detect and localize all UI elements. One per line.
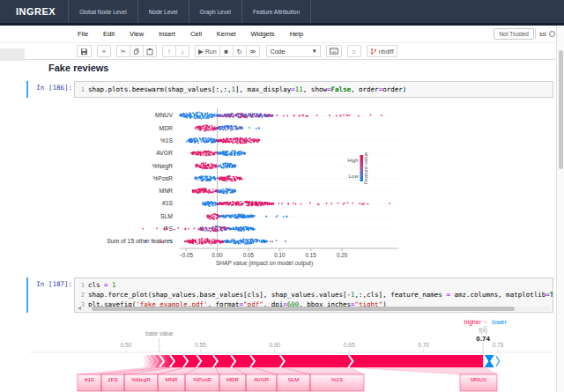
page-vscrollbar-thumb[interactable]: [559, 50, 563, 169]
force-legend-lower: lower: [492, 319, 507, 325]
beeswarm-feature-label: IFS: [163, 226, 173, 232]
stop-icon: ■: [224, 48, 228, 55]
copy-icon: [133, 48, 140, 55]
keyboard-icon: [330, 48, 338, 55]
palette-icon: ○: [352, 48, 356, 55]
move-cell-down-button[interactable]: ↓: [175, 45, 189, 57]
jupyter-menubar: File Edit View Insert Cell Kernel Widget…: [0, 26, 564, 42]
keyboard-shortcuts-button[interactable]: [326, 45, 342, 57]
force-feature-label: MNUV: [471, 376, 487, 382]
beeswarm-feature-label: MNUV: [155, 112, 173, 118]
force-feature-label: %NegR: [131, 376, 151, 382]
force-x-tick: 0.65: [344, 342, 355, 348]
beeswarm-feature-label: MNR: [160, 188, 174, 194]
line-number: 2: [75, 292, 88, 299]
cell-type-value: Code: [271, 48, 286, 55]
force-feature-label: %1S: [331, 376, 343, 382]
top-navbar: INGREX Global Node Level Node Level Grap…: [0, 0, 564, 23]
scissors-icon: ✂: [121, 48, 126, 55]
nbdiff-label: nbdiff: [379, 48, 394, 55]
app-root: INGREX Global Node Level Node Level Grap…: [0, 0, 564, 392]
clipboard-icon: [146, 48, 153, 55]
menu-edit[interactable]: Edit: [103, 30, 115, 38]
menu-help[interactable]: Help: [290, 30, 303, 38]
force-feature-label: AVGR: [254, 376, 270, 382]
beeswarm-feature-label: %1S: [160, 137, 174, 144]
move-cell-up-button[interactable]: ↑: [162, 45, 176, 57]
cell2-hscrollbar-left-arrow-icon[interactable]: [78, 307, 81, 310]
paste-cell-button[interactable]: [143, 45, 157, 57]
copy-cell-button[interactable]: [130, 45, 144, 57]
nav-tab-global-node-level[interactable]: Global Node Level: [68, 0, 137, 23]
nbdiff-button[interactable]: nbdiff: [367, 45, 397, 57]
run-button[interactable]: ▶ Run: [195, 45, 220, 57]
force-feature-label: MDR: [226, 376, 240, 382]
page-margin-shade: [0, 48, 25, 61]
cell1-prompt: In [186]:: [28, 84, 72, 92]
force-x-tick: 0.75: [493, 342, 504, 348]
fast-forward-icon: ≫: [249, 48, 256, 55]
beeswarm-feature-label: MDR: [160, 125, 174, 131]
beeswarm-feature-label: SLM: [160, 213, 173, 219]
beeswarm-x-tick: 0.00: [212, 252, 223, 258]
interrupt-kernel-button[interactable]: ■: [219, 45, 234, 57]
restart-run-all-button[interactable]: ≫: [246, 45, 260, 57]
add-cell-button[interactable]: +: [97, 45, 111, 57]
plus-icon: +: [102, 48, 106, 55]
nav-tab-node-level[interactable]: Node Level: [137, 0, 189, 23]
chevron-down-icon: ▾: [313, 48, 316, 55]
nav-tabs: Global Node Level Node Level Graph Level…: [68, 0, 311, 23]
force-x-tick: 0.50: [121, 342, 132, 348]
menu-view[interactable]: View: [130, 30, 144, 38]
notebook-title: Fake reviews: [48, 63, 109, 73]
beeswarm-feature-label: #1S: [162, 200, 174, 206]
menu-cell[interactable]: Cell: [190, 30, 202, 38]
beeswarm-x-tick: 0.10: [274, 252, 286, 258]
restart-icon: ↻: [236, 48, 241, 55]
nav-tab-feature-attribution[interactable]: Feature Attribution: [241, 0, 311, 23]
line-number: 1: [75, 282, 88, 289]
force-feature-label: %PosR: [193, 376, 212, 382]
colorbar-high-label: High: [347, 158, 358, 163]
kernel-name: ssi: [539, 31, 546, 37]
beeswarm-x-tick: −0.05: [179, 252, 193, 258]
cell1-code-editor[interactable]: 1 shap.plots.beeswarm(shap_values[:,:,1]…: [74, 81, 553, 98]
beeswarm-feature-label: AVGR: [156, 150, 173, 156]
beeswarm-x-tick: 0.05: [243, 252, 255, 258]
cut-cell-button[interactable]: ✂: [116, 45, 130, 57]
force-fx-label: f(x): [479, 327, 486, 334]
menu-insert[interactable]: Insert: [159, 30, 175, 38]
code-line: shap.plots.beeswarm(shap_values[:,:,1], …: [88, 85, 553, 93]
menu-file[interactable]: File: [78, 30, 88, 38]
beeswarm-feature-label: %NegR: [152, 163, 174, 170]
cell-type-dropdown[interactable]: Code ▾: [266, 45, 321, 57]
colorbar-low-label: Low: [348, 174, 359, 179]
page-vscrollbar[interactable]: [556, 26, 564, 392]
beeswarm-feature-label: %PosR: [152, 175, 173, 181]
restart-kernel-button[interactable]: ↻: [233, 45, 247, 57]
kernel-indicator: ssi: [535, 28, 555, 40]
menu-kernel[interactable]: Kernel: [217, 30, 236, 38]
force-feature-label: #1S: [85, 376, 94, 382]
beeswarm-x-axis-label: SHAP value (impact on model output): [216, 260, 313, 267]
force-feature-label: SLM: [288, 376, 300, 382]
code-line: cls = 1: [88, 281, 553, 289]
save-icon: [80, 48, 88, 55]
arrow-down-icon: ↓: [181, 48, 184, 55]
git-icon: [370, 48, 377, 55]
force-base-value-label: base value: [145, 330, 174, 337]
force-x-tick: 0.55: [195, 342, 206, 348]
cell2-hscrollbar-thumb[interactable]: [92, 307, 515, 311]
kernel-status-icon: [549, 31, 555, 37]
not-trusted-button[interactable]: Not Trusted: [494, 28, 534, 40]
command-palette-button[interactable]: ○: [347, 45, 361, 57]
arrow-up-icon: ↑: [167, 48, 171, 55]
beeswarm-x-tick: 0.20: [337, 252, 348, 258]
menu-widgets[interactable]: Widgets: [251, 30, 275, 38]
force-x-tick: 0.70: [418, 342, 429, 348]
brand-logo: INGREX: [16, 6, 56, 17]
beeswarm-x-tick: 0.15: [306, 252, 317, 258]
nav-tab-graph-level[interactable]: Graph Level: [189, 0, 241, 23]
save-button[interactable]: [77, 45, 92, 57]
cell2-prompt: In [187]:: [28, 280, 72, 288]
